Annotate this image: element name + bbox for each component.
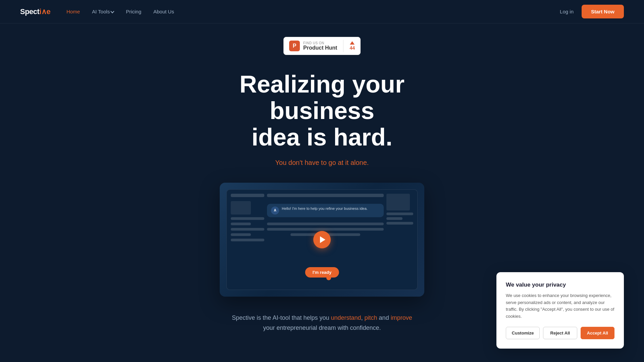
mock-bar: [386, 213, 413, 215]
product-hunt-logo: P: [289, 41, 300, 51]
start-now-button[interactable]: Start Now: [582, 5, 624, 18]
login-button[interactable]: Log in: [560, 9, 574, 14]
product-hunt-badge[interactable]: P FIND US ON Product Hunt 44: [283, 37, 361, 55]
mock-bar: [231, 217, 264, 220]
nav-link-pricing[interactable]: Pricing: [126, 9, 141, 14]
cursor-dot: [326, 276, 331, 280]
nav-link-ai-tools[interactable]: AI Tools: [92, 9, 114, 14]
improve-link[interactable]: improve: [391, 314, 412, 321]
mock-bar: [231, 228, 264, 231]
logo[interactable]: Specti∧e: [20, 7, 50, 16]
hero-title: Realizing your business idea is hard.: [188, 71, 456, 151]
product-hunt-count: 44: [350, 45, 355, 51]
mock-bar: [267, 223, 384, 225]
product-hunt-text: FIND US ON Product Hunt: [303, 41, 337, 51]
chat-bubble: A Hello! I'm here to help you refine you…: [267, 204, 384, 217]
chat-text: Hello! I'm here to help you refine your …: [282, 206, 368, 210]
mock-bar: [267, 194, 384, 197]
nav-links: Home AI Tools Pricing About Us: [66, 9, 174, 14]
mock-bar: [231, 223, 251, 225]
cookie-text: We use cookies to enhance your browsing …: [506, 292, 614, 320]
nav-link-home[interactable]: Home: [66, 9, 80, 14]
cookie-buttons: Customize Reject All Accept All: [506, 327, 614, 339]
mock-bar: [386, 222, 413, 225]
video-container[interactable]: A Hello! I'm here to help you refine you…: [220, 183, 424, 297]
mock-bar: [231, 239, 264, 241]
reject-all-button[interactable]: Reject All: [543, 327, 577, 339]
navbar-left: Specti∧e Home AI Tools Pricing About Us: [20, 7, 174, 16]
mock-bar: [231, 194, 264, 197]
mock-bar: [386, 217, 402, 220]
im-ready-button[interactable]: I'm ready: [305, 267, 339, 278]
hero-description: Spective is the AI-tool that helps you u…: [228, 313, 416, 333]
play-button[interactable]: [313, 231, 331, 248]
pitch-link[interactable]: pitch: [365, 314, 377, 321]
navbar: Specti∧e Home AI Tools Pricing About Us …: [0, 0, 644, 23]
product-hunt-find-us-label: FIND US ON: [303, 41, 337, 45]
product-hunt-name: Product Hunt: [303, 45, 337, 51]
cookie-title: We value your privacy: [506, 282, 614, 288]
product-hunt-arrow-icon: [350, 41, 355, 45]
understand-link[interactable]: understand: [331, 314, 361, 321]
mock-rect: [231, 201, 251, 215]
navbar-right: Log in Start Now: [560, 5, 624, 18]
logo-highlight: i∧e: [39, 7, 50, 16]
chat-avatar: A: [271, 206, 279, 215]
chevron-down-icon: [111, 9, 114, 13]
mock-panel-right: [386, 194, 413, 286]
product-hunt-divider: [343, 40, 343, 52]
mock-panel-left: [231, 194, 264, 286]
cookie-banner: We value your privacy We use cookies to …: [496, 272, 624, 349]
nav-link-about[interactable]: About Us: [153, 9, 174, 14]
mock-rect: [386, 194, 410, 210]
hero-subtitle: You don't have to go at it alone.: [275, 159, 369, 167]
product-hunt-votes: 44: [350, 41, 355, 51]
mock-bar: [267, 228, 384, 231]
play-icon: [320, 236, 325, 243]
accept-all-button[interactable]: Accept All: [581, 327, 614, 339]
mock-bar: [231, 233, 251, 236]
customize-button[interactable]: Customize: [506, 327, 540, 339]
video-inner: A Hello! I'm here to help you refine you…: [226, 189, 418, 290]
